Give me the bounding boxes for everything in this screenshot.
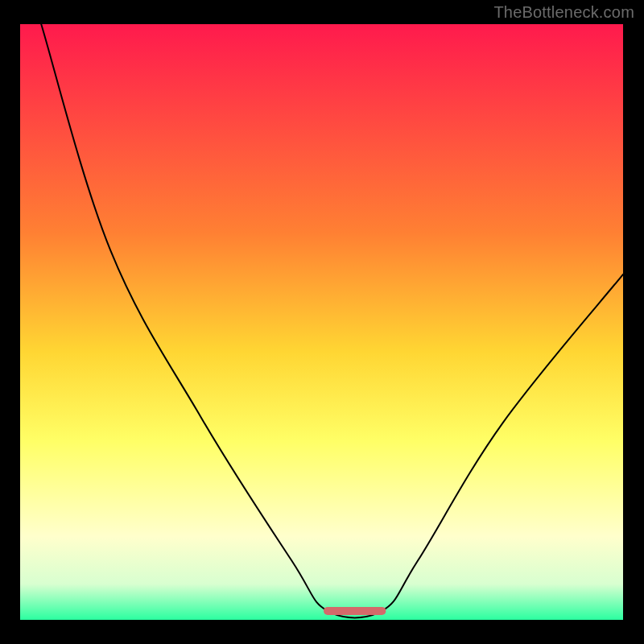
watermark-text: TheBottleneck.com xyxy=(493,3,634,22)
plot-background xyxy=(20,24,623,620)
bottleneck-chart xyxy=(0,0,644,644)
chart-stage: TheBottleneck.com xyxy=(0,0,644,644)
